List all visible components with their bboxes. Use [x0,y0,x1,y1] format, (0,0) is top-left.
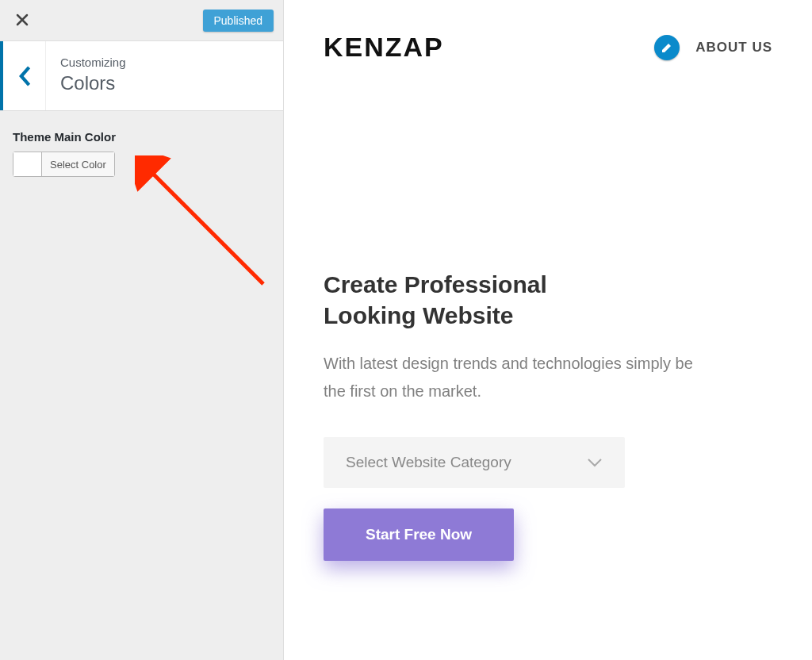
theme-color-label: Theme Main Color [13,130,270,144]
hero-title-line2: Looking Website [324,302,513,328]
controls-area: Theme Main Color Select Color [0,111,283,198]
chevron-left-icon [17,65,32,87]
pencil-icon [661,41,673,54]
preview-header: KENZAP ABOUT US [284,0,812,63]
category-select-placeholder: Select Website Category [346,454,511,471]
color-picker[interactable]: Select Color [13,152,115,177]
close-icon [16,13,29,26]
select-color-button[interactable]: Select Color [42,152,114,176]
section-header: Customizing Colors [0,41,283,111]
customizing-label: Customizing [60,56,269,69]
edit-shortcut-button[interactable] [654,35,680,60]
back-button[interactable] [0,41,46,110]
site-preview: KENZAP ABOUT US Create Professional Look… [284,0,812,660]
published-button[interactable]: Published [203,10,274,32]
hero-title: Create Professional Looking Website [324,269,609,331]
hero-title-line1: Create Professional [324,271,547,297]
nav-link-about[interactable]: ABOUT US [695,40,772,56]
close-button[interactable] [10,10,35,31]
customizer-sidebar: Published Customizing Colors Theme Main … [0,0,284,660]
category-select[interactable]: Select Website Category [324,437,625,488]
section-title: Colors [60,72,269,94]
brand-area: KENZAP [324,32,444,63]
hero-subtitle: With latest design trends and technologi… [324,350,704,405]
color-swatch [13,152,42,176]
sidebar-topbar: Published [0,0,283,41]
nav-right: ABOUT US [654,35,772,60]
brand-logo[interactable]: KENZAP [324,32,444,63]
chevron-down-icon [587,458,603,467]
start-free-button[interactable]: Start Free Now [324,508,514,561]
hero-section: Create Professional Looking Website With… [284,63,812,561]
section-title-block: Customizing Colors [46,41,283,110]
